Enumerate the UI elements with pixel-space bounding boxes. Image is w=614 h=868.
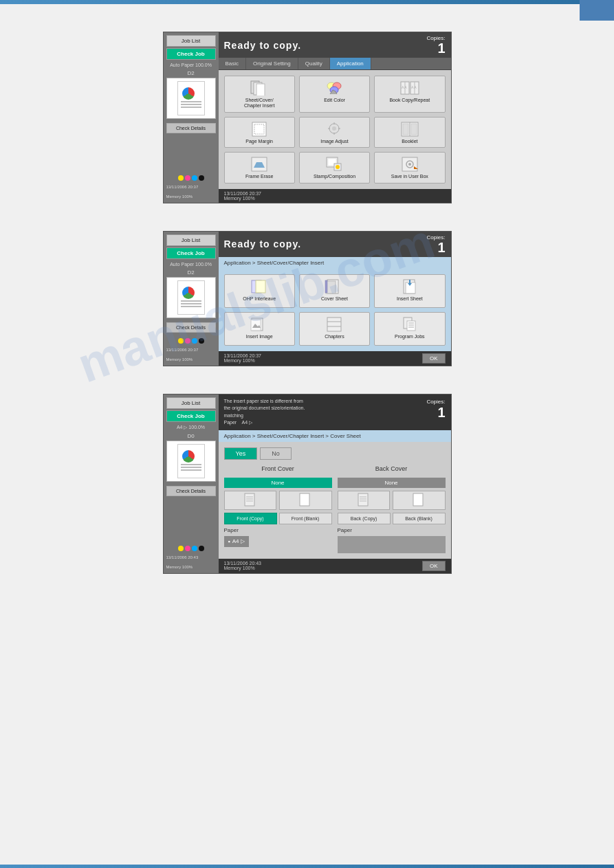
- ok-btn-2[interactable]: OK: [422, 353, 446, 364]
- sidebar-icons-1: [178, 173, 204, 181]
- dot-y-1: [178, 175, 184, 181]
- check-job-btn-2[interactable]: Check Job: [166, 247, 216, 259]
- back-none-btn[interactable]: None: [338, 478, 446, 488]
- svg-rect-23: [411, 124, 417, 135]
- chapters-btn[interactable]: Chapters: [299, 312, 370, 346]
- check-details-btn-3[interactable]: Check Details: [166, 486, 216, 496]
- screen2-header: Ready to copy. Copies: 1: [219, 232, 451, 257]
- copies-area-1: Copies: 1: [426, 35, 445, 55]
- back-copy-btn[interactable]: Back (Copy): [338, 513, 391, 524]
- sidebar-status-2: Auto Paper 100.0%: [165, 260, 217, 268]
- edit-color-icon: [325, 80, 344, 96]
- cover-sheet-icon: [325, 279, 344, 294]
- insert-image-btn[interactable]: Insert Image: [224, 312, 295, 346]
- back-paper-area: Paper: [338, 527, 446, 553]
- svg-rect-50: [407, 321, 415, 331]
- ready-text-2: Ready to copy.: [224, 238, 302, 249]
- stamp-icon: [325, 157, 344, 172]
- app-btn-book-copy[interactable]: A A A A Book Copy/Repeat: [374, 76, 445, 113]
- check-details-btn-1[interactable]: Check Details: [166, 123, 216, 133]
- yes-btn[interactable]: Yes: [224, 447, 258, 460]
- footer-info-3: 13/11/2006 20:43 Memory 100%: [224, 561, 262, 570]
- screen3-footer: 13/11/2006 20:43 Memory 100% OK: [219, 559, 451, 573]
- app-btn-stamp[interactable]: Stamp/Composition: [299, 152, 370, 183]
- dot-k-1: [199, 175, 204, 181]
- alert-header-3: The insert paper size is different from …: [219, 394, 451, 430]
- copies-area-2: Copies: 1: [426, 234, 445, 254]
- preview-2: [166, 277, 216, 318]
- program-jobs-btn[interactable]: Program Jobs: [374, 312, 445, 346]
- app-label-book-copy: Book Copy/Repeat: [389, 98, 430, 103]
- front-paper-area: Paper ▪ A4 ▷: [224, 527, 332, 547]
- sheet-cover-icon: [250, 80, 269, 96]
- ok-btn-3[interactable]: OK: [422, 561, 446, 571]
- svg-point-15: [332, 126, 336, 131]
- program-jobs-label: Program Jobs: [395, 334, 425, 340]
- front-paper-label: Paper: [224, 527, 332, 533]
- back-icons: [338, 491, 446, 510]
- screen1-tabs: Basic Original Setting Quality Applicati…: [219, 58, 451, 70]
- screen1-header: Ready to copy. Copies: 1: [219, 32, 451, 58]
- job-list-btn-3[interactable]: Job List: [166, 397, 216, 409]
- screen3-main: The insert paper size is different from …: [219, 394, 451, 573]
- back-cover-col: Back Cover None Back (Copy): [338, 465, 446, 553]
- insert-sheet-btn[interactable]: Insert Sheet: [374, 274, 445, 308]
- book-copy-icon: A A A A: [400, 80, 419, 96]
- check-details-btn-2[interactable]: Check Details: [166, 322, 216, 333]
- back-copy-icon: [338, 491, 391, 510]
- preview-3: [166, 441, 216, 482]
- program-jobs-icon: [400, 317, 419, 332]
- job-list-btn-1[interactable]: Job List: [166, 35, 216, 47]
- no-btn[interactable]: No: [260, 447, 292, 460]
- app-btn-page-margin[interactable]: Page Margin: [224, 117, 295, 148]
- ready-text-1: Ready to copy.: [224, 40, 302, 51]
- dot-m-3: [185, 546, 190, 551]
- app-btn-sheet-cover[interactable]: Sheet/Cover/Chapter Insert: [224, 76, 295, 113]
- back-cover-title: Back Cover: [338, 465, 446, 472]
- chapters-label: Chapters: [325, 334, 344, 340]
- screen1: Job List Check Job Auto Paper 100.0% D2 …: [163, 32, 452, 203]
- tab-app-1[interactable]: Application: [330, 58, 371, 69]
- frame-erase-icon: [250, 157, 269, 172]
- front-cover-title: Front Cover: [224, 465, 332, 472]
- job-list-btn-2[interactable]: Job List: [166, 234, 216, 246]
- back-paper-label: Paper: [338, 527, 446, 533]
- tab-basic-1[interactable]: Basic: [219, 58, 247, 69]
- front-copy-btn[interactable]: Front (Copy): [224, 513, 277, 524]
- copies-area-3: Copies: 1: [426, 398, 445, 419]
- front-paper-indicator[interactable]: ▪ A4 ▷: [224, 536, 249, 547]
- screen1-footer: 13/11/2006 20:37 Memory 100%: [219, 189, 451, 203]
- front-cover-col: Front Cover None Front (Copy): [224, 465, 332, 553]
- check-job-btn-1[interactable]: Check Job: [166, 48, 216, 60]
- app-btn-image-adjust[interactable]: Image Adjust: [299, 117, 370, 148]
- front-icons: [224, 491, 332, 510]
- app-label-image-adjust: Image Adjust: [320, 139, 348, 144]
- app-btn-frame-erase[interactable]: Frame Erase: [224, 152, 295, 183]
- screen2-sidebar: Job List Check Job Auto Paper 100.0% D2 …: [164, 232, 219, 366]
- cover-cols: Front Cover None Front (Copy): [224, 465, 446, 553]
- insert-sheet-label: Insert Sheet: [397, 296, 423, 302]
- dot-y-2: [178, 338, 184, 344]
- app-btn-edit-color[interactable]: Edit Color: [299, 76, 370, 113]
- back-blank-btn[interactable]: Back (Blank): [393, 513, 446, 524]
- screen2-footer: 13/11/2006 20:37 Memory 100% OK: [219, 351, 451, 366]
- app-btn-booklet[interactable]: Booklet: [374, 117, 445, 148]
- front-cover-row: Front (Copy) Front (Blank): [224, 513, 332, 524]
- app-btn-save[interactable]: Save in User Box: [374, 152, 445, 183]
- front-none-btn[interactable]: None: [224, 478, 332, 488]
- ohp-interleave-btn[interactable]: OHP Interleave: [224, 274, 295, 308]
- cover-sheet-btn[interactable]: Cover Sheet: [299, 274, 370, 308]
- dot-m-2: [185, 338, 190, 344]
- check-job-btn-3[interactable]: Check Job: [166, 410, 216, 422]
- svg-rect-63: [413, 493, 423, 506]
- page-margin-icon: [250, 122, 269, 137]
- front-blank-btn[interactable]: Front (Blank): [279, 513, 332, 524]
- screen2: Job List Check Job Auto Paper 100.0% D2 …: [163, 231, 452, 366]
- insert-image-icon: [250, 317, 269, 332]
- save-icon: [400, 157, 419, 172]
- breadcrumb-2: Application > Sheet/Cover/Chapter Insert: [219, 257, 451, 269]
- screen1-sidebar: Job List Check Job Auto Paper 100.0% D2 …: [164, 32, 219, 203]
- tab-orig-1[interactable]: Original Setting: [246, 58, 298, 69]
- tab-quality-1[interactable]: Quality: [298, 58, 330, 69]
- svg-point-29: [336, 165, 340, 169]
